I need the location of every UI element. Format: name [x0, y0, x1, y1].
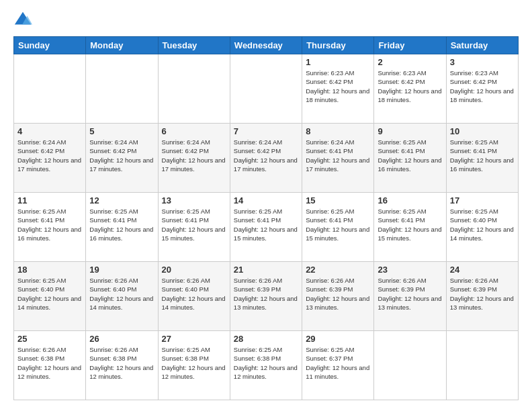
calendar-cell: 20Sunrise: 6:26 AM Sunset: 6:40 PM Dayli…	[158, 262, 230, 331]
day-number: 12	[89, 195, 154, 205]
calendar-cell: 5Sunrise: 6:24 AM Sunset: 6:42 PM Daylig…	[86, 124, 158, 193]
calendar-cell: 25Sunrise: 6:26 AM Sunset: 6:38 PM Dayli…	[14, 331, 86, 400]
day-info: Sunrise: 6:25 AM Sunset: 6:41 PM Dayligh…	[306, 207, 370, 242]
day-number: 28	[234, 334, 298, 344]
day-info: Sunrise: 6:26 AM Sunset: 6:38 PM Dayligh…	[17, 345, 82, 381]
day-number: 18	[17, 265, 82, 275]
calendar-table: SundayMondayTuesdayWednesdayThursdayFrid…	[13, 36, 519, 400]
day-info: Sunrise: 6:24 AM Sunset: 6:42 PM Dayligh…	[89, 138, 154, 173]
calendar-cell: 18Sunrise: 6:25 AM Sunset: 6:40 PM Dayli…	[14, 262, 86, 331]
calendar-cell: 4Sunrise: 6:24 AM Sunset: 6:42 PM Daylig…	[14, 124, 86, 193]
calendar-row: 1Sunrise: 6:23 AM Sunset: 6:42 PM Daylig…	[14, 54, 519, 124]
day-number: 25	[17, 334, 82, 344]
day-number: 2	[378, 57, 442, 67]
day-info: Sunrise: 6:23 AM Sunset: 6:42 PM Dayligh…	[306, 68, 370, 104]
calendar-cell	[230, 54, 302, 124]
day-info: Sunrise: 6:24 AM Sunset: 6:42 PM Dayligh…	[162, 138, 226, 173]
calendar-cell: 15Sunrise: 6:25 AM Sunset: 6:41 PM Dayli…	[302, 193, 374, 262]
day-info: Sunrise: 6:24 AM Sunset: 6:41 PM Dayligh…	[306, 138, 370, 173]
day-number: 21	[234, 265, 298, 275]
day-number: 26	[89, 334, 154, 344]
logo	[13, 11, 35, 30]
calendar-row: 18Sunrise: 6:25 AM Sunset: 6:40 PM Dayli…	[14, 262, 519, 331]
day-number: 19	[89, 265, 154, 275]
day-info: Sunrise: 6:26 AM Sunset: 6:39 PM Dayligh…	[306, 276, 370, 312]
weekday-header: Saturday	[446, 37, 518, 54]
calendar-row: 25Sunrise: 6:26 AM Sunset: 6:38 PM Dayli…	[14, 331, 519, 400]
calendar-cell: 3Sunrise: 6:23 AM Sunset: 6:42 PM Daylig…	[446, 54, 518, 124]
calendar-cell: 14Sunrise: 6:25 AM Sunset: 6:41 PM Dayli…	[230, 193, 302, 262]
day-info: Sunrise: 6:26 AM Sunset: 6:40 PM Dayligh…	[89, 276, 154, 312]
day-number: 1	[306, 57, 370, 67]
calendar-cell	[158, 54, 230, 124]
day-info: Sunrise: 6:26 AM Sunset: 6:39 PM Dayligh…	[378, 276, 442, 312]
day-number: 7	[234, 126, 298, 136]
weekday-header: Friday	[374, 37, 446, 54]
calendar-cell: 21Sunrise: 6:26 AM Sunset: 6:39 PM Dayli…	[230, 262, 302, 331]
day-number: 24	[450, 265, 515, 275]
calendar-cell: 24Sunrise: 6:26 AM Sunset: 6:39 PM Dayli…	[446, 262, 518, 331]
weekday-header: Monday	[86, 37, 158, 54]
calendar-cell: 13Sunrise: 6:25 AM Sunset: 6:41 PM Dayli…	[158, 193, 230, 262]
day-info: Sunrise: 6:23 AM Sunset: 6:42 PM Dayligh…	[378, 68, 442, 104]
day-info: Sunrise: 6:25 AM Sunset: 6:38 PM Dayligh…	[162, 345, 226, 381]
day-number: 27	[162, 334, 226, 344]
calendar-cell: 28Sunrise: 6:25 AM Sunset: 6:38 PM Dayli…	[230, 331, 302, 400]
day-number: 6	[162, 126, 226, 136]
calendar-cell: 10Sunrise: 6:25 AM Sunset: 6:41 PM Dayli…	[446, 124, 518, 193]
day-number: 4	[17, 126, 82, 136]
weekday-header: Wednesday	[230, 37, 302, 54]
day-number: 13	[162, 195, 226, 205]
day-info: Sunrise: 6:25 AM Sunset: 6:41 PM Dayligh…	[450, 138, 515, 173]
calendar-cell: 2Sunrise: 6:23 AM Sunset: 6:42 PM Daylig…	[374, 54, 446, 124]
calendar-cell: 22Sunrise: 6:26 AM Sunset: 6:39 PM Dayli…	[302, 262, 374, 331]
day-info: Sunrise: 6:26 AM Sunset: 6:38 PM Dayligh…	[89, 345, 154, 381]
weekday-header: Thursday	[302, 37, 374, 54]
calendar-cell: 17Sunrise: 6:25 AM Sunset: 6:40 PM Dayli…	[446, 193, 518, 262]
day-number: 29	[306, 334, 370, 344]
calendar-row: 4Sunrise: 6:24 AM Sunset: 6:42 PM Daylig…	[14, 124, 519, 193]
calendar-cell: 26Sunrise: 6:26 AM Sunset: 6:38 PM Dayli…	[86, 331, 158, 400]
day-number: 23	[378, 265, 442, 275]
day-number: 15	[306, 195, 370, 205]
calendar-cell: 16Sunrise: 6:25 AM Sunset: 6:41 PM Dayli…	[374, 193, 446, 262]
day-info: Sunrise: 6:26 AM Sunset: 6:39 PM Dayligh…	[450, 276, 515, 312]
calendar-cell: 27Sunrise: 6:25 AM Sunset: 6:38 PM Dayli…	[158, 331, 230, 400]
calendar-cell: 1Sunrise: 6:23 AM Sunset: 6:42 PM Daylig…	[302, 54, 374, 124]
weekday-header: Tuesday	[158, 37, 230, 54]
day-info: Sunrise: 6:25 AM Sunset: 6:41 PM Dayligh…	[17, 207, 82, 242]
day-number: 9	[378, 126, 442, 136]
day-info: Sunrise: 6:25 AM Sunset: 6:41 PM Dayligh…	[89, 207, 154, 242]
calendar-row: 11Sunrise: 6:25 AM Sunset: 6:41 PM Dayli…	[14, 193, 519, 262]
day-number: 5	[89, 126, 154, 136]
calendar-cell: 9Sunrise: 6:25 AM Sunset: 6:41 PM Daylig…	[374, 124, 446, 193]
calendar-cell: 29Sunrise: 6:25 AM Sunset: 6:37 PM Dayli…	[302, 331, 374, 400]
calendar-cell	[86, 54, 158, 124]
calendar-cell: 11Sunrise: 6:25 AM Sunset: 6:41 PM Dayli…	[14, 193, 86, 262]
day-info: Sunrise: 6:26 AM Sunset: 6:39 PM Dayligh…	[234, 276, 298, 312]
day-number: 10	[450, 126, 515, 136]
weekday-header: Sunday	[14, 37, 86, 54]
calendar-cell: 8Sunrise: 6:24 AM Sunset: 6:41 PM Daylig…	[302, 124, 374, 193]
day-info: Sunrise: 6:25 AM Sunset: 6:41 PM Dayligh…	[378, 207, 442, 242]
calendar-cell	[14, 54, 86, 124]
calendar-cell: 19Sunrise: 6:26 AM Sunset: 6:40 PM Dayli…	[86, 262, 158, 331]
day-info: Sunrise: 6:24 AM Sunset: 6:42 PM Dayligh…	[234, 138, 298, 173]
day-number: 20	[162, 265, 226, 275]
day-info: Sunrise: 6:25 AM Sunset: 6:41 PM Dayligh…	[378, 138, 442, 173]
day-info: Sunrise: 6:24 AM Sunset: 6:42 PM Dayligh…	[17, 138, 82, 173]
logo-icon	[13, 11, 32, 30]
calendar-cell: 6Sunrise: 6:24 AM Sunset: 6:42 PM Daylig…	[158, 124, 230, 193]
calendar-cell: 12Sunrise: 6:25 AM Sunset: 6:41 PM Dayli…	[86, 193, 158, 262]
day-info: Sunrise: 6:25 AM Sunset: 6:38 PM Dayligh…	[234, 345, 298, 381]
day-number: 22	[306, 265, 370, 275]
calendar-header-row: SundayMondayTuesdayWednesdayThursdayFrid…	[14, 37, 519, 54]
day-number: 11	[17, 195, 82, 205]
calendar-cell	[446, 331, 518, 400]
day-info: Sunrise: 6:25 AM Sunset: 6:40 PM Dayligh…	[450, 207, 515, 242]
day-number: 16	[378, 195, 442, 205]
calendar-cell: 7Sunrise: 6:24 AM Sunset: 6:42 PM Daylig…	[230, 124, 302, 193]
day-info: Sunrise: 6:25 AM Sunset: 6:41 PM Dayligh…	[162, 207, 226, 242]
day-number: 14	[234, 195, 298, 205]
page-header	[13, 11, 519, 30]
